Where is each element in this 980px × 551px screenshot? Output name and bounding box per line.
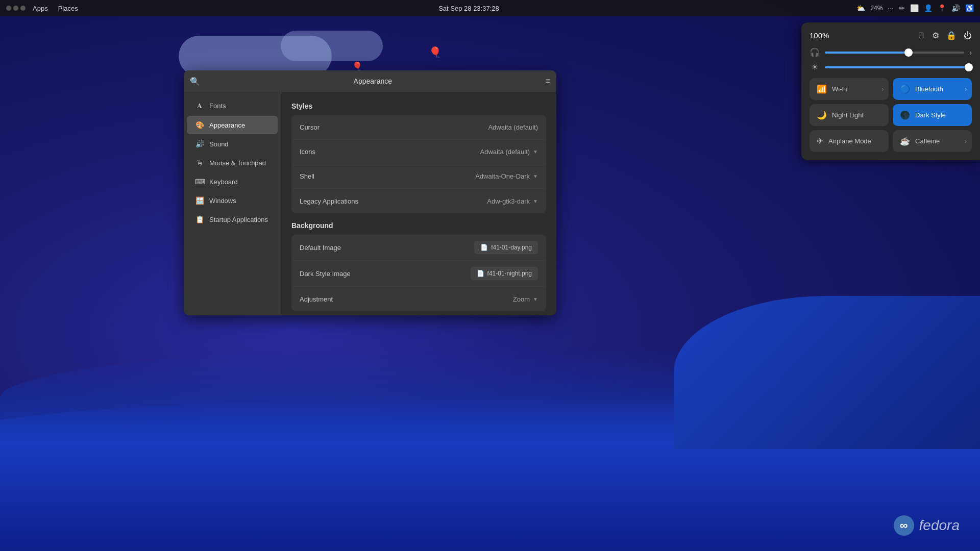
location-icon[interactable]: 📍 [938,4,946,12]
styles-group: Cursor Adwaita (default) Icons Adwaita (… [291,115,546,213]
qs-battery-percent: 100% [810,31,829,40]
icons-row: Icons Adwaita (default) ▼ [291,140,546,164]
qs-power-icon[interactable]: ⏻ [964,31,972,40]
volume-icon[interactable]: 🔊 [951,4,960,12]
qs-top-bar: 100% 🖥 ⚙ 🔒 ⏻ [810,31,972,40]
qs-brightness-slider[interactable] [825,66,972,68]
places-menu[interactable]: Places [55,4,81,13]
wifi-arrow-icon: › [881,86,884,93]
legacy-dropdown-arrow: ▼ [533,198,538,204]
qs-tile-wifi[interactable]: 📶 Wi-Fi › [810,78,889,100]
adjustment-dropdown-arrow: ▼ [533,296,538,302]
bluetooth-label: Bluetooth [915,85,943,93]
window-title: Appearance [204,77,542,85]
default-image-value: f41-01-day.png [491,244,532,251]
cursor-value-text: Adwaita (default) [488,123,538,131]
default-image-label: Default Image [300,244,474,252]
sidebar-item-keyboard[interactable]: ⌨ Keyboard [187,172,278,191]
qs-top-icons: 🖥 ⚙ 🔒 ⏻ [917,31,972,40]
adjustment-value[interactable]: Zoom ▼ [513,295,538,303]
caffeine-label: Caffeine [915,137,940,145]
mouse-icon: 🖱 [195,159,204,167]
balloon-decoration-1: 🎈 [429,46,442,58]
qs-volume-arrow[interactable]: › [969,48,972,57]
search-icon[interactable]: 🔍 [190,77,200,86]
caffeine-arrow-icon: › [965,138,967,145]
airplane-icon: ✈ [817,136,823,146]
qs-tile-caffeine[interactable]: ☕ Caffeine › [893,130,972,152]
qs-tile-bluetooth[interactable]: 🔵 Bluetooth › [893,78,972,100]
background-section-title: Background [291,221,546,230]
icons-label: Icons [300,148,480,156]
sidebar-item-mouse[interactable]: 🖱 Mouse & Touchpad [187,154,278,172]
adjustment-row: Adjustment Zoom ▼ [291,287,546,311]
sidebar-label-fonts: Fonts [209,102,226,110]
bluetooth-arrow-icon: › [965,86,967,93]
qs-volume-row: 🎧 › [810,47,972,57]
appearance-content: Styles Cursor Adwaita (default) Icons Ad… [281,92,556,315]
bluetooth-icon: 🔵 [900,84,910,94]
qs-tile-dark-style[interactable]: 🌑 Dark Style [893,104,972,126]
night-light-icon: 🌙 [817,110,827,120]
shell-value[interactable]: Adwaita-One-Dark ▼ [475,172,538,180]
sidebar-item-fonts[interactable]: 𝐀 Fonts [187,96,278,115]
qs-headphone-icon: 🎧 [810,47,820,57]
legacy-label: Legacy Applications [300,197,487,205]
dark-style-icon: 🌑 [900,110,910,120]
cursor-label: Cursor [300,123,488,131]
file-icon: 📄 [477,270,484,277]
qs-lock-icon[interactable]: 🔒 [946,31,957,40]
dark-image-row: Dark Style Image 📄 f41-01-night.png [291,261,546,287]
qs-brightness-thumb [965,63,973,71]
user-icon[interactable]: 👤 [924,4,933,12]
sidebar-label-appearance: Appearance [209,121,245,129]
tweaks-titlebar: 🔍 Appearance ≡ [184,70,556,92]
qs-tiles-grid: 📶 Wi-Fi › 🔵 Bluetooth › 🌙 Night Light 🌑 … [810,78,972,152]
pen-icon[interactable]: ✏ [899,4,905,12]
shell-value-text: Adwaita-One-Dark [475,172,530,180]
sidebar-item-sound[interactable]: 🔊 Sound [187,135,278,153]
qs-screen-icon[interactable]: 🖥 [917,31,925,40]
qs-brightness-fill [825,66,969,68]
window-dot [20,6,26,11]
menu-icon[interactable]: ≡ [546,77,550,86]
balloon-decoration-2: 🎈 [352,61,362,71]
qs-volume-slider[interactable] [825,52,964,54]
taskbar-right: ⛅ 24% ··· ✏ ⬜ 👤 📍 🔊 ♿ [856,4,974,12]
qs-brightness-row: ☀ [810,62,972,72]
sidebar-label-startup: Startup Applications [209,216,268,223]
qs-tile-airplane[interactable]: ✈ Airplane Mode [810,130,889,152]
sidebar-item-windows[interactable]: 🪟 Windows [187,191,278,210]
startup-icon: 📋 [195,215,204,223]
qs-tile-night-light[interactable]: 🌙 Night Light [810,104,889,126]
sidebar-label-keyboard: Keyboard [209,178,238,186]
tweaks-sidebar: 𝐀 Fonts 🎨 Appearance 🔊 Sound 🖱 Mouse & T… [184,92,281,315]
sidebar-item-startup[interactable]: 📋 Startup Applications [187,210,278,229]
accessibility-icon[interactable]: ♿ [965,4,974,12]
sidebar-label-sound: Sound [209,140,229,148]
dark-image-button[interactable]: 📄 f41-01-night.png [471,267,538,280]
default-image-row: Default Image 📄 f41-01-day.png [291,235,546,261]
default-image-button[interactable]: 📄 f41-01-day.png [474,241,538,254]
sidebar-item-appearance[interactable]: 🎨 Appearance [187,116,278,134]
dots-icon[interactable]: ··· [888,4,894,12]
legacy-row: Legacy Applications Adw-gtk3-dark ▼ [291,189,546,213]
keyboard-icon: ⌨ [195,178,204,186]
fedora-logo: ∞ fedora [894,515,960,536]
fedora-icon: ∞ [894,515,914,536]
appearance-icon: 🎨 [195,121,204,129]
qs-volume-thumb [904,48,913,57]
apps-menu[interactable]: Apps [30,4,51,13]
night-light-label: Night Light [832,111,864,119]
icons-value[interactable]: Adwaita (default) ▼ [480,148,538,156]
wifi-icon: 📶 [817,84,827,94]
legacy-value[interactable]: Adw-gtk3-dark ▼ [487,197,538,205]
adjustment-label: Adjustment [300,295,513,303]
file-icon: 📄 [480,244,488,251]
tweaks-window: 🔍 Appearance ≡ 𝐀 Fonts 🎨 Appearance 🔊 So… [184,70,556,315]
workspace-icon[interactable]: ⬜ [910,4,919,12]
window-controls [6,6,26,11]
cursor-row: Cursor Adwaita (default) [291,115,546,140]
qs-settings-icon[interactable]: ⚙ [932,31,939,40]
airplane-label: Airplane Mode [828,137,871,145]
